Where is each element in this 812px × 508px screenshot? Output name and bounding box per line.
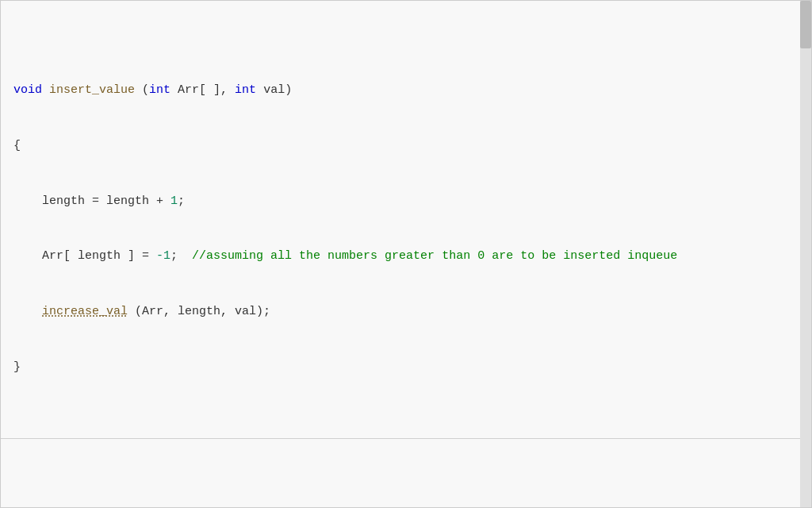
- code-line-5: increase_val (Arr, length, val);: [1, 302, 811, 321]
- code-line-1: void insert_value (int Arr[ ], int val): [1, 81, 811, 99]
- code-line-3: length = length + 1;: [1, 192, 811, 210]
- code-line-4: Arr[ length ] = -1; //assuming all the n…: [1, 247, 811, 265]
- code-line-6: }: [1, 358, 811, 376]
- code-editor: void insert_value (int Arr[ ], int val) …: [0, 0, 812, 508]
- code-content-2: void increase_value (int Arr[ ], int i, …: [1, 439, 811, 508]
- code-content: void insert_value (int Arr[ ], int val) …: [1, 1, 811, 438]
- scrollbar[interactable]: [800, 1, 811, 507]
- code-line-2: {: [1, 137, 811, 155]
- scrollbar-thumb[interactable]: [800, 1, 811, 48]
